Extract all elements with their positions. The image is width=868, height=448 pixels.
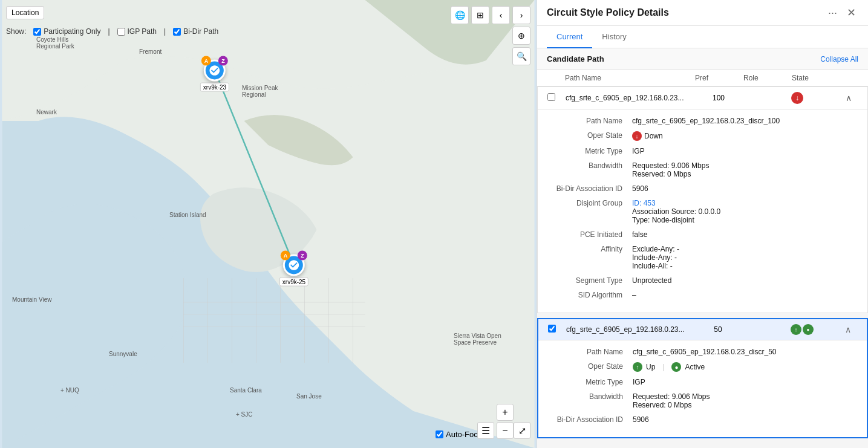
path-1-down-icon: ↓ xyxy=(791,92,803,104)
location-button[interactable]: Location xyxy=(6,6,44,19)
tab-history[interactable]: History xyxy=(592,26,636,48)
igp-path-checkbox[interactable] xyxy=(117,28,125,36)
path-1-detail: Path Name cfg_srte_c_6905_ep_192.168.0.2… xyxy=(538,109,867,313)
path-1-name: cfg_srte_c_6905_ep_192.168.0.23... xyxy=(566,94,694,102)
affinity-exclude-1: Exclude-Any: - xyxy=(632,245,858,253)
detail-row-sid-1: SID Algorithm – xyxy=(547,291,858,299)
detail-label-bandwidth-2: Bandwidth xyxy=(548,392,633,409)
nuq-label: + NUQ xyxy=(60,387,79,394)
detail-label-metric-2: Metric Type xyxy=(548,378,633,386)
badge-z-23: Z xyxy=(218,56,228,66)
node-xrv9k-25[interactable]: A Z xrv9k-25 xyxy=(279,255,308,287)
globe-button[interactable]: 🌐 xyxy=(451,6,469,24)
path-2-detail: Path Name cfg_srte_c_6905_ep_192.168.0.2… xyxy=(538,340,867,437)
detail-label-oper-state-1: Oper State xyxy=(547,131,632,141)
grid-button[interactable]: ⊞ xyxy=(471,6,489,24)
collapse-all-button[interactable]: Collapse All xyxy=(820,55,858,63)
zoom-buttons: + − xyxy=(497,404,514,439)
map-bottom-btn-group: ☰ xyxy=(477,422,494,439)
detail-value-metric-1: IGP xyxy=(632,147,858,155)
up-badge-2: ↑ xyxy=(633,362,642,372)
list-view-button[interactable]: ☰ xyxy=(477,422,494,439)
path-2-active-icon: ● xyxy=(803,324,814,335)
state-separator-2: | xyxy=(662,363,664,371)
zoom-in-button[interactable]: + xyxy=(497,404,514,421)
path-2-name: cfg_srte_c_6905_ep_192.168.0.23... xyxy=(566,325,694,334)
detail-row-disjoint-1: Disjoint Group ID: 453 Association Sourc… xyxy=(547,199,858,224)
more-options-button[interactable]: ··· xyxy=(826,5,840,21)
detail-value-disjoint-1: ID: 453 Association Source: 0.0.0.0 Type… xyxy=(632,199,858,224)
separator-2: | xyxy=(164,27,166,36)
detail-value-sid-1: – xyxy=(632,291,858,299)
right-panel: Circuit Style Policy Details ··· ✕ Curre… xyxy=(537,0,868,448)
bidir-path-label[interactable]: Bi-Dir Path xyxy=(173,27,218,36)
expand-map-button[interactable]: ⤢ xyxy=(514,422,530,439)
path-1-pref: 100 xyxy=(694,94,743,102)
path-1-checkbox[interactable] xyxy=(547,93,555,101)
bw-reserved-1: Reserved: 0 Mbps xyxy=(632,170,858,178)
affinity-include-any-1: Include-Any: - xyxy=(632,253,858,262)
panel-content: Candidate Path Collapse All Path Name Pr… xyxy=(537,48,868,448)
detail-label-disjoint-1: Disjoint Group xyxy=(547,199,632,224)
nav-prev-button[interactable]: ‹ xyxy=(492,6,510,24)
detail-row-bidir-1: Bi-Dir Association ID 5906 xyxy=(547,184,858,193)
tab-current[interactable]: Current xyxy=(547,26,592,48)
detail-value-path-name-2: cfg_srte_c_6905_ep_192.168.0.23_discr_50 xyxy=(633,348,857,356)
up-text-2: Up xyxy=(646,363,655,371)
detail-value-bandwidth-1: Requested: 9.006 Mbps Reserved: 0 Mbps xyxy=(632,161,858,178)
detail-row-path-name-2: Path Name cfg_srte_c_6905_ep_192.168.0.2… xyxy=(548,348,857,356)
path-2-pref: 50 xyxy=(694,325,742,334)
path-1-state: ↓ xyxy=(791,92,840,104)
participating-only-label[interactable]: Participating Only xyxy=(33,27,100,36)
path-row-2-container: cfg_srte_c_6905_ep_192.168.0.23... 50 ↑ … xyxy=(537,318,868,438)
show-bar: Show: Participating Only | IGP Path | Bi… xyxy=(6,27,218,36)
detail-row-path-name-1: Path Name cfg_srte_c_6905_ep_192.168.0.2… xyxy=(547,117,858,125)
col-role: Role xyxy=(743,74,792,82)
detail-value-affinity-1: Exclude-Any: - Include-Any: - Include-Al… xyxy=(632,245,858,270)
detail-label-affinity-1: Affinity xyxy=(547,245,632,270)
participating-only-checkbox[interactable] xyxy=(33,28,41,36)
panel-title: Circuit Style Policy Details xyxy=(547,7,826,18)
down-text-1: Down xyxy=(644,132,663,140)
detail-label-sid-1: SID Algorithm xyxy=(547,291,632,299)
path-1-checkbox-wrap[interactable] xyxy=(547,93,566,103)
detail-row-metric-2: Metric Type IGP xyxy=(548,378,857,386)
col-path-name: Path Name xyxy=(565,74,695,82)
path-1-chevron[interactable]: ∧ xyxy=(840,93,858,103)
path-2-chevron[interactable]: ∧ xyxy=(839,325,857,334)
search-button[interactable]: 🔍 xyxy=(512,47,530,65)
detail-row-bandwidth-1: Bandwidth Requested: 9.006 Mbps Reserved… xyxy=(547,161,858,178)
disjoint-id-1[interactable]: ID: 453 xyxy=(632,199,656,207)
node-label-23: xrv9k-23 xyxy=(200,83,229,92)
zoom-out-button[interactable]: − xyxy=(497,422,514,439)
path-2-state: ↑ ● xyxy=(791,324,839,335)
affinity-include-all-1: Include-All: - xyxy=(632,262,858,270)
nav-next-button[interactable]: › xyxy=(512,6,530,24)
detail-row-affinity-1: Affinity Exclude-Any: - Include-Any: - I… xyxy=(547,245,858,270)
detail-value-metric-2: IGP xyxy=(633,378,857,386)
path-2-checkbox-wrap[interactable] xyxy=(548,325,566,334)
zoom-control-area: + SJC xyxy=(236,411,253,418)
path-2-up-icon: ↑ xyxy=(791,324,801,335)
node-xrv9k-23[interactable]: A Z xrv9k-23 xyxy=(200,60,229,92)
detail-label-path-name-2: Path Name xyxy=(548,348,633,356)
detail-label-metric-1: Metric Type xyxy=(547,147,632,155)
path-row-2[interactable]: cfg_srte_c_6905_ep_192.168.0.23... 50 ↑ … xyxy=(538,319,867,340)
bidir-path-checkbox[interactable] xyxy=(173,28,181,36)
detail-label-bidir-1: Bi-Dir Association ID xyxy=(547,184,632,193)
layers-button[interactable]: ⊕ xyxy=(512,27,530,45)
igp-path-label[interactable]: IGP Path xyxy=(117,27,157,36)
path-table-header: Path Name Pref Role State xyxy=(537,70,868,86)
detail-value-bandwidth-2: Requested: 9.006 Mbps Reserved: 0 Mbps xyxy=(633,392,857,409)
show-label: Show: xyxy=(6,27,26,36)
disjoint-type-1: Type: Node-disjoint xyxy=(632,216,858,224)
panel-header: Circuit Style Policy Details ··· ✕ xyxy=(537,0,868,26)
detail-row-metric-1: Metric Type IGP xyxy=(547,147,858,155)
close-panel-button[interactable]: ✕ xyxy=(844,5,858,21)
auto-focus-checkbox[interactable] xyxy=(436,430,443,438)
badge-z-25: Z xyxy=(298,251,307,261)
detail-row-segment-1: Segment Type Unprotected xyxy=(547,276,858,285)
detail-row-pce-1: PCE Initiated false xyxy=(547,230,858,239)
path-row-1[interactable]: cfg_srte_c_6905_ep_192.168.0.23... 100 ↓… xyxy=(538,87,867,109)
path-2-checkbox[interactable] xyxy=(548,325,556,333)
